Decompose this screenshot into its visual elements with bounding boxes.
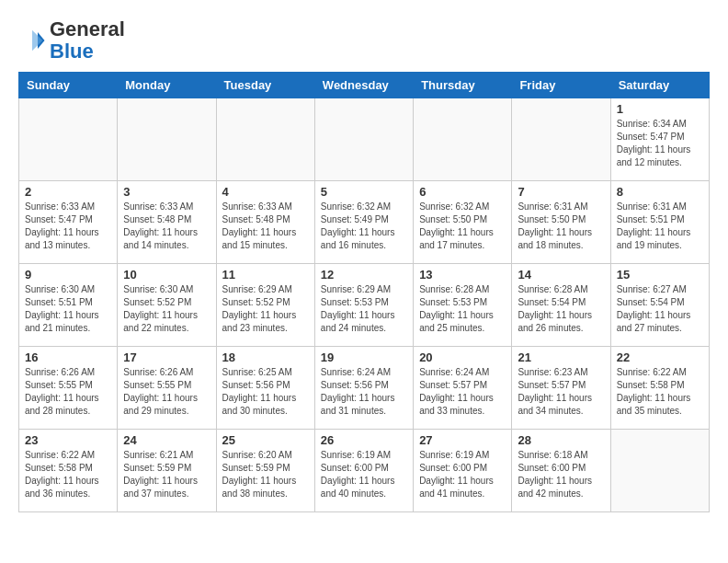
- day-info: Sunrise: 6:26 AM Sunset: 5:55 PM Dayligh…: [25, 366, 111, 418]
- day-number: 9: [25, 268, 111, 282]
- day-info: Sunrise: 6:24 AM Sunset: 5:56 PM Dayligh…: [321, 366, 407, 418]
- calendar-cell: 16Sunrise: 6:26 AM Sunset: 5:55 PM Dayli…: [19, 347, 118, 430]
- day-number: 11: [222, 268, 309, 282]
- day-info: Sunrise: 6:19 AM Sunset: 6:00 PM Dayligh…: [321, 449, 407, 500]
- calendar-cell: 1Sunrise: 6:34 AM Sunset: 5:47 PM Daylig…: [610, 98, 709, 181]
- day-info: Sunrise: 6:18 AM Sunset: 6:00 PM Dayligh…: [518, 449, 604, 500]
- header-wednesday: Wednesday: [314, 73, 413, 98]
- calendar-cell: 20Sunrise: 6:24 AM Sunset: 5:57 PM Dayli…: [414, 347, 512, 430]
- header-saturday: Saturday: [610, 73, 709, 98]
- day-info: Sunrise: 6:31 AM Sunset: 5:51 PM Dayligh…: [617, 201, 703, 252]
- calendar-cell: [314, 98, 413, 181]
- day-number: 23: [25, 433, 111, 447]
- day-number: 27: [419, 433, 506, 447]
- day-info: Sunrise: 6:24 AM Sunset: 5:57 PM Dayligh…: [419, 366, 506, 418]
- header-tuesday: Tuesday: [216, 73, 314, 98]
- day-info: Sunrise: 6:22 AM Sunset: 5:58 PM Dayligh…: [617, 366, 703, 418]
- calendar-cell: 3Sunrise: 6:33 AM Sunset: 5:48 PM Daylig…: [118, 181, 216, 264]
- calendar-cell: 25Sunrise: 6:20 AM Sunset: 5:59 PM Dayli…: [216, 430, 314, 512]
- day-number: 13: [419, 268, 506, 282]
- calendar-cell: [512, 98, 610, 181]
- calendar-cell: 14Sunrise: 6:28 AM Sunset: 5:54 PM Dayli…: [512, 264, 610, 347]
- day-number: 26: [321, 433, 407, 447]
- calendar-cell: 9Sunrise: 6:30 AM Sunset: 5:51 PM Daylig…: [19, 264, 118, 347]
- calendar-cell: 17Sunrise: 6:26 AM Sunset: 5:55 PM Dayli…: [118, 347, 216, 430]
- day-number: 20: [419, 350, 506, 364]
- day-number: 24: [123, 433, 210, 447]
- day-number: 25: [222, 433, 309, 447]
- logo-icon: [18, 27, 46, 54]
- day-number: 3: [123, 185, 210, 199]
- header-thursday: Thursday: [414, 73, 512, 98]
- day-info: Sunrise: 6:27 AM Sunset: 5:54 PM Dayligh…: [617, 283, 703, 335]
- calendar-cell: 7Sunrise: 6:31 AM Sunset: 5:50 PM Daylig…: [512, 181, 610, 264]
- day-info: Sunrise: 6:23 AM Sunset: 5:57 PM Dayligh…: [518, 366, 604, 418]
- day-number: 4: [222, 185, 309, 199]
- day-number: 15: [617, 268, 703, 282]
- day-number: 12: [321, 268, 407, 282]
- svg-marker-1: [32, 30, 42, 52]
- day-info: Sunrise: 6:31 AM Sunset: 5:50 PM Dayligh…: [518, 201, 604, 252]
- calendar-cell: [414, 98, 512, 181]
- week-row-3: 16Sunrise: 6:26 AM Sunset: 5:55 PM Dayli…: [19, 347, 710, 430]
- day-info: Sunrise: 6:20 AM Sunset: 5:59 PM Dayligh…: [222, 449, 309, 500]
- day-info: Sunrise: 6:32 AM Sunset: 5:49 PM Dayligh…: [321, 201, 407, 252]
- day-info: Sunrise: 6:30 AM Sunset: 5:51 PM Dayligh…: [25, 283, 111, 335]
- header-monday: Monday: [118, 73, 216, 98]
- day-number: 8: [617, 185, 703, 199]
- header-sunday: Sunday: [19, 73, 118, 98]
- calendar-cell: [216, 98, 314, 181]
- day-number: 19: [321, 350, 407, 364]
- day-number: 1: [617, 102, 703, 116]
- calendar-cell: 4Sunrise: 6:33 AM Sunset: 5:48 PM Daylig…: [216, 181, 314, 264]
- logo-text: General Blue: [50, 18, 125, 63]
- day-number: 17: [123, 350, 210, 364]
- week-row-4: 23Sunrise: 6:22 AM Sunset: 5:58 PM Dayli…: [19, 430, 710, 512]
- day-number: 21: [518, 350, 604, 364]
- day-number: 7: [518, 185, 604, 199]
- day-number: 14: [518, 268, 604, 282]
- calendar-cell: 8Sunrise: 6:31 AM Sunset: 5:51 PM Daylig…: [610, 181, 709, 264]
- calendar-cell: 19Sunrise: 6:24 AM Sunset: 5:56 PM Dayli…: [314, 347, 413, 430]
- calendar-cell: 6Sunrise: 6:32 AM Sunset: 5:50 PM Daylig…: [414, 181, 512, 264]
- calendar-header-row: SundayMondayTuesdayWednesdayThursdayFrid…: [19, 73, 710, 98]
- day-number: 16: [25, 350, 111, 364]
- calendar-cell: 21Sunrise: 6:23 AM Sunset: 5:57 PM Dayli…: [512, 347, 610, 430]
- day-info: Sunrise: 6:25 AM Sunset: 5:56 PM Dayligh…: [222, 366, 309, 418]
- day-number: 5: [321, 185, 407, 199]
- calendar-cell: [19, 98, 118, 181]
- day-info: Sunrise: 6:29 AM Sunset: 5:53 PM Dayligh…: [321, 283, 407, 335]
- logo: General Blue: [18, 18, 125, 63]
- calendar-cell: 12Sunrise: 6:29 AM Sunset: 5:53 PM Dayli…: [314, 264, 413, 347]
- page-header: General Blue: [18, 18, 710, 63]
- calendar-cell: [118, 98, 216, 181]
- day-number: 2: [25, 185, 111, 199]
- week-row-1: 2Sunrise: 6:33 AM Sunset: 5:47 PM Daylig…: [19, 181, 710, 264]
- day-number: 28: [518, 433, 604, 447]
- week-row-2: 9Sunrise: 6:30 AM Sunset: 5:51 PM Daylig…: [19, 264, 710, 347]
- day-info: Sunrise: 6:29 AM Sunset: 5:52 PM Dayligh…: [222, 283, 309, 335]
- day-info: Sunrise: 6:28 AM Sunset: 5:53 PM Dayligh…: [419, 283, 506, 335]
- calendar-table: SundayMondayTuesdayWednesdayThursdayFrid…: [18, 72, 710, 512]
- calendar-cell: 18Sunrise: 6:25 AM Sunset: 5:56 PM Dayli…: [216, 347, 314, 430]
- calendar-cell: [610, 430, 709, 512]
- day-info: Sunrise: 6:33 AM Sunset: 5:48 PM Dayligh…: [222, 201, 309, 252]
- day-number: 22: [617, 350, 703, 364]
- day-number: 18: [222, 350, 309, 364]
- calendar-cell: 28Sunrise: 6:18 AM Sunset: 6:00 PM Dayli…: [512, 430, 610, 512]
- calendar-cell: 22Sunrise: 6:22 AM Sunset: 5:58 PM Dayli…: [610, 347, 709, 430]
- calendar-cell: 23Sunrise: 6:22 AM Sunset: 5:58 PM Dayli…: [19, 430, 118, 512]
- calendar-cell: 15Sunrise: 6:27 AM Sunset: 5:54 PM Dayli…: [610, 264, 709, 347]
- day-info: Sunrise: 6:21 AM Sunset: 5:59 PM Dayligh…: [123, 449, 210, 500]
- header-friday: Friday: [512, 73, 610, 98]
- day-info: Sunrise: 6:26 AM Sunset: 5:55 PM Dayligh…: [123, 366, 210, 418]
- calendar-cell: 10Sunrise: 6:30 AM Sunset: 5:52 PM Dayli…: [118, 264, 216, 347]
- calendar-cell: 2Sunrise: 6:33 AM Sunset: 5:47 PM Daylig…: [19, 181, 118, 264]
- day-info: Sunrise: 6:32 AM Sunset: 5:50 PM Dayligh…: [419, 201, 506, 252]
- calendar-cell: 11Sunrise: 6:29 AM Sunset: 5:52 PM Dayli…: [216, 264, 314, 347]
- week-row-0: 1Sunrise: 6:34 AM Sunset: 5:47 PM Daylig…: [19, 98, 710, 181]
- calendar-cell: 27Sunrise: 6:19 AM Sunset: 6:00 PM Dayli…: [414, 430, 512, 512]
- day-info: Sunrise: 6:33 AM Sunset: 5:47 PM Dayligh…: [25, 201, 111, 252]
- calendar-cell: 26Sunrise: 6:19 AM Sunset: 6:00 PM Dayli…: [314, 430, 413, 512]
- day-info: Sunrise: 6:19 AM Sunset: 6:00 PM Dayligh…: [419, 449, 506, 500]
